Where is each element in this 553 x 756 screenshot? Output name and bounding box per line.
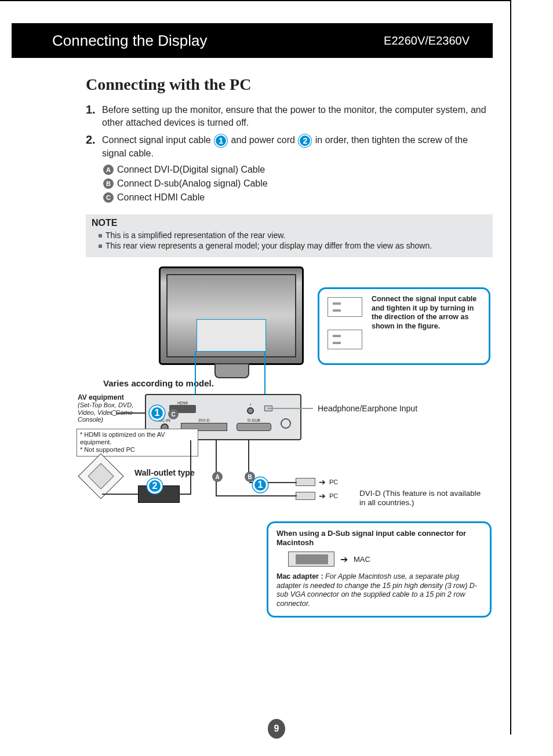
av-equipment-label: AV equipment (Set-Top Box, DVD, Video, V…: [78, 393, 153, 423]
mac-body-bold: Mac adapter :: [276, 572, 325, 580]
note-title: NOTE: [92, 218, 487, 228]
step-1-number: 1.: [86, 102, 102, 129]
tighten-hint-text: Connect the signal input cable and tight…: [372, 295, 476, 330]
badge-a-diagram: A: [212, 472, 223, 482]
mac-adapter-box: When using a D-Sub signal input cable co…: [267, 521, 492, 618]
badge-1-signal: 1: [253, 477, 268, 492]
substep-a: A Connect DVI-D(Digital signal) Cable: [103, 165, 492, 175]
hdmi-footnote-1: * HDMI is optimized on the AV equipment.: [80, 431, 195, 446]
monitor-icon: [159, 266, 304, 365]
varies-label: Varies according to model.: [103, 378, 214, 388]
substep-c: C Connect HDMI Cable: [103, 192, 492, 203]
power-cord-line: [179, 494, 191, 495]
cable-a-line: [216, 440, 217, 474]
bullet-icon: [99, 234, 102, 238]
step-2-text-b: and power cord: [231, 135, 298, 145]
panel-callout-line: [195, 351, 196, 394]
av-title: AV equipment: [78, 393, 153, 401]
headphone-label: Headphone/Earphone Input: [318, 404, 417, 413]
mac-heading: When using a D-Sub signal input cable co…: [276, 529, 482, 547]
badge-1-inline: 1: [214, 134, 227, 147]
substep-b-text: Connect D-sub(Analog signal) Cable: [117, 178, 268, 189]
badge-1-hdmi: 1: [150, 406, 165, 421]
monitor-stand-icon: [214, 363, 249, 378]
arrow-right-icon: ➔: [319, 491, 326, 501]
substep-a-text: Connect DVI-D(Digital signal) Cable: [117, 165, 265, 175]
pc-connector-1: ➔ PC: [296, 477, 338, 487]
dvid-port-label: DVI-D: [181, 418, 227, 422]
signal-cable-line: [216, 495, 297, 496]
dsub-plug-icon: [296, 478, 315, 486]
substep-list: A Connect DVI-D(Digital signal) Cable B …: [103, 165, 492, 203]
step-2: 2. Connect signal input cable 1 and powe…: [86, 132, 492, 159]
step-1-text: Before setting up the monitor, ensure th…: [102, 102, 492, 129]
note-line-2: This rear view represents a general mode…: [99, 241, 487, 250]
monitor-rear-panel-highlight: [197, 319, 266, 352]
pc-connector-2: ➔ PC: [296, 491, 338, 501]
dvid-plug-icon: [296, 492, 315, 500]
connector-icon: [328, 330, 362, 349]
hdmi-footnote-2: * Not supported PC: [80, 446, 195, 454]
wall-outlet-label: Wall-outlet type: [134, 468, 195, 477]
note-box: NOTE This is a simplified representation…: [86, 214, 493, 257]
badge-2-power: 2: [147, 479, 162, 494]
connection-diagram: Varies according to model. Connect the s…: [81, 266, 499, 631]
header-bar: Connecting the Display E2260V/E2360V: [12, 23, 493, 58]
mac-connector-row: ➔ MAC: [288, 552, 482, 567]
dsub-port-label: D-SUB: [237, 418, 271, 422]
note-line-1-text: This is a simplified representation of t…: [105, 231, 285, 240]
substep-b: B Connect D-sub(Analog signal) Cable: [103, 178, 492, 189]
power-button-icon: [281, 418, 291, 429]
note-line-2-text: This rear view represents a general mode…: [105, 241, 432, 250]
section-title: Connecting with the PC: [86, 75, 492, 94]
page-right-rule: [510, 0, 511, 735]
content-block: Connecting with the PC 1. Before setting…: [86, 75, 492, 206]
power-cord-line: [190, 440, 191, 495]
pc-label-2: PC: [329, 492, 338, 499]
letter-a-icon: A: [103, 165, 114, 175]
mac-label: MAC: [354, 555, 370, 564]
step-1: 1. Before setting up the monitor, ensure…: [86, 102, 492, 129]
hdmi-footnote-box: * HDMI is optimized on the AV equipment.…: [77, 429, 198, 456]
page-number-badge: 9: [268, 719, 285, 739]
headphone-port-label: ♪: [245, 402, 256, 406]
page-top-rule: [0, 0, 510, 1]
step-2-text: Connect signal input cable 1 and power c…: [102, 132, 492, 159]
substep-c-text: Connect HDMI Cable: [117, 192, 205, 203]
mac-connector-icon: [288, 552, 334, 567]
header-title: Connecting the Display: [52, 32, 207, 50]
arrow-right-icon: ➔: [319, 477, 326, 487]
mac-body-text: Mac adapter : For Apple Macintosh use, a…: [276, 572, 482, 609]
power-cord-line: [102, 494, 138, 495]
dsub-port-icon: D-SUB: [237, 418, 271, 431]
badge-c-diagram: C: [168, 409, 179, 419]
headphone-port-icon: ♪: [245, 402, 256, 414]
pc-label-1: PC: [329, 479, 338, 485]
hdmi-port-label: HDMI: [169, 401, 196, 405]
note-line-1: This is a simplified representation of t…: [99, 231, 487, 240]
tighten-hint-box: Connect the signal input cable and tight…: [318, 287, 490, 365]
letter-c-icon: C: [103, 192, 114, 203]
headphone-wire-line: [268, 408, 313, 409]
header-model: E2260V/E2360V: [384, 34, 470, 48]
badge-2-inline: 2: [299, 134, 311, 147]
step-2-number: 2.: [86, 132, 102, 159]
dvid-availability-note: DVI-D (This feature is not available in …: [359, 489, 481, 507]
connector-icon: [328, 297, 362, 317]
bullet-icon: [99, 244, 102, 248]
step-2-text-a: Connect signal input cable: [102, 135, 213, 145]
letter-b-icon: B: [103, 178, 114, 189]
arrow-right-icon: ➔: [340, 554, 348, 565]
panel-callout-line: [264, 351, 265, 394]
